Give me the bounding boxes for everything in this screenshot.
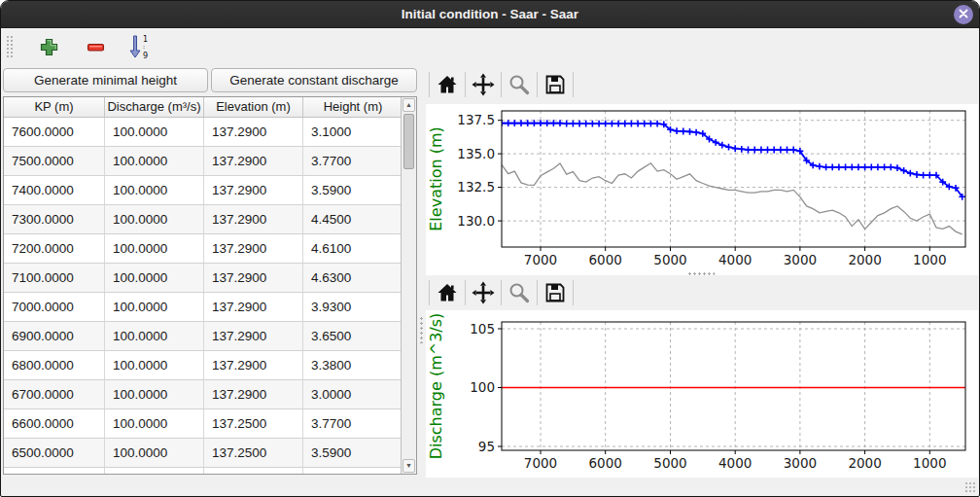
generate-minimal-height-button[interactable]: Generate minimal height <box>3 68 208 92</box>
svg-text:132.5: 132.5 <box>457 179 495 195</box>
table-cell[interactable] <box>204 468 303 475</box>
toolbar-drag-handle[interactable] <box>6 35 14 58</box>
table-row[interactable]: 7000.0000100.0000137.29003.9300 <box>4 293 402 322</box>
table-row[interactable]: 7100.0000100.0000137.29004.6300 <box>4 264 402 293</box>
table-cell[interactable] <box>105 468 204 475</box>
table-row[interactable]: 6500.0000100.0000137.25003.5900 <box>4 439 402 468</box>
toolbar-separator <box>429 280 430 305</box>
table-cell[interactable]: 137.2900 <box>204 118 303 147</box>
table-row[interactable]: 6700.0000100.0000137.29003.0000 <box>4 380 402 409</box>
titlebar[interactable]: Initial condition - Saar - Saar <box>1 1 979 28</box>
table-row[interactable]: 7200.0000100.0000137.29004.6100 <box>4 234 402 264</box>
save-button[interactable] <box>541 278 570 307</box>
table-cell[interactable]: 3.3800 <box>303 351 402 380</box>
table-cell[interactable]: 3.6500 <box>303 322 402 351</box>
table-cell[interactable]: 7200.0000 <box>4 234 105 264</box>
svg-text:105: 105 <box>470 321 495 337</box>
toolbar-separator <box>573 72 574 97</box>
scroll-down-button[interactable]: ▼ <box>402 459 415 473</box>
table-cell[interactable]: 137.2900 <box>204 380 303 409</box>
table-cell[interactable]: 3.5900 <box>303 176 402 205</box>
table-cell[interactable]: 137.2900 <box>204 205 303 234</box>
scrollbar-thumb[interactable] <box>403 114 414 169</box>
table-cell[interactable]: 137.2500 <box>204 409 303 439</box>
table-cell[interactable]: 137.2900 <box>204 264 303 293</box>
app-window: Initial condition - Saar - Saar 1 9 : <box>0 0 980 497</box>
table-row[interactable]: 6900.0000100.0000137.29003.6500 <box>4 322 402 351</box>
table-cell[interactable]: 137.2900 <box>204 147 303 176</box>
table-cell[interactable]: 100.0000 <box>105 351 204 380</box>
table-cell[interactable]: 4.6100 <box>303 234 402 264</box>
table-cell[interactable]: 100.0000 <box>105 205 204 234</box>
table-cell[interactable]: 3.7700 <box>303 409 402 439</box>
table-cell[interactable]: 137.2900 <box>204 351 303 380</box>
table-cell[interactable]: 6800.0000 <box>4 351 105 380</box>
table-cell[interactable]: 3.0000 <box>303 380 402 409</box>
column-header[interactable]: Discharge (m³/s) <box>105 97 204 117</box>
table-cell[interactable] <box>303 468 402 475</box>
table-cell[interactable]: 137.2900 <box>204 234 303 264</box>
table-cell[interactable]: 100.0000 <box>105 234 204 264</box>
table-cell[interactable]: 3.9300 <box>303 293 402 322</box>
table-cell[interactable]: 3.1000 <box>303 118 402 147</box>
table-cell[interactable]: 100.0000 <box>105 118 204 147</box>
table-cell[interactable]: 6500.0000 <box>4 439 105 468</box>
table-cell[interactable]: 137.2900 <box>204 176 303 205</box>
table-cell[interactable]: 4.4500 <box>303 205 402 234</box>
remove-row-button[interactable] <box>81 32 110 61</box>
table-cell[interactable]: 7600.0000 <box>4 118 105 147</box>
table-cell[interactable]: 7000.0000 <box>4 293 105 322</box>
add-row-button[interactable] <box>34 32 63 61</box>
generate-constant-discharge-button[interactable]: Generate constant discharge <box>211 68 417 92</box>
table-cell[interactable]: 137.2500 <box>204 439 303 468</box>
column-header[interactable]: Height (m) <box>303 97 402 117</box>
table-cell[interactable]: 4.6300 <box>303 264 402 293</box>
table-row[interactable] <box>4 468 402 475</box>
table-cell[interactable]: 100.0000 <box>105 264 204 293</box>
close-button[interactable] <box>954 5 973 24</box>
table-cell[interactable]: 3.5900 <box>303 439 402 468</box>
pan-button[interactable] <box>469 70 498 99</box>
table-cell[interactable]: 100.0000 <box>105 409 204 439</box>
home-button[interactable] <box>433 278 462 307</box>
window-resize-grip[interactable] <box>964 481 975 492</box>
column-header[interactable]: Elevation (m) <box>204 97 303 117</box>
pan-button[interactable] <box>469 278 498 307</box>
table-cell[interactable]: 6900.0000 <box>4 322 105 351</box>
sort-rows-button[interactable]: 1 9 : <box>125 32 155 61</box>
table-cell[interactable]: 7300.0000 <box>4 205 105 234</box>
table-row[interactable]: 7400.0000100.0000137.29003.5900 <box>4 176 402 205</box>
table-cell[interactable] <box>4 468 105 475</box>
table-cell[interactable]: 100.0000 <box>105 176 204 205</box>
table-cell[interactable]: 137.2900 <box>204 293 303 322</box>
table-row[interactable]: 7600.0000100.0000137.29003.1000 <box>4 118 402 147</box>
scroll-up-button[interactable]: ▲ <box>402 98 415 112</box>
table-cell[interactable]: 100.0000 <box>105 293 204 322</box>
table-cell[interactable]: 7100.0000 <box>4 264 105 293</box>
table-row[interactable]: 6600.0000100.0000137.25003.7700 <box>4 409 402 439</box>
save-button[interactable] <box>541 70 570 99</box>
table-row[interactable]: 6800.0000100.0000137.29003.3800 <box>4 351 402 380</box>
toolbar-separator <box>501 72 502 97</box>
elevation-plot-canvas[interactable]: 7000600050004000300020001000130.0132.513… <box>426 104 978 275</box>
table-cell[interactable]: 100.0000 <box>105 439 204 468</box>
table-vertical-scrollbar[interactable]: ▲ ▼ <box>401 97 416 474</box>
table-cell[interactable]: 6700.0000 <box>4 380 105 409</box>
close-icon <box>959 9 968 18</box>
home-button[interactable] <box>433 70 462 99</box>
table-row[interactable]: 7300.0000100.0000137.29004.4500 <box>4 205 402 234</box>
table-cell[interactable]: 7500.0000 <box>4 147 105 176</box>
table-cell[interactable]: 100.0000 <box>105 147 204 176</box>
discharge-plot-canvas[interactable]: 700060005000400030002000100095100105Disc… <box>426 310 978 478</box>
table-row[interactable]: 7500.0000100.0000137.29003.7700 <box>4 147 402 176</box>
zoom-button[interactable] <box>505 278 534 307</box>
table-cell[interactable]: 100.0000 <box>105 322 204 351</box>
zoom-button[interactable] <box>505 70 534 99</box>
pane-splitter[interactable] <box>417 65 426 497</box>
table-cell[interactable]: 100.0000 <box>105 380 204 409</box>
table-cell[interactable]: 3.7700 <box>303 147 402 176</box>
column-header[interactable]: KP (m) <box>4 97 105 117</box>
table-cell[interactable]: 6600.0000 <box>4 409 105 439</box>
table-cell[interactable]: 137.2900 <box>204 322 303 351</box>
table-cell[interactable]: 7400.0000 <box>4 176 105 205</box>
